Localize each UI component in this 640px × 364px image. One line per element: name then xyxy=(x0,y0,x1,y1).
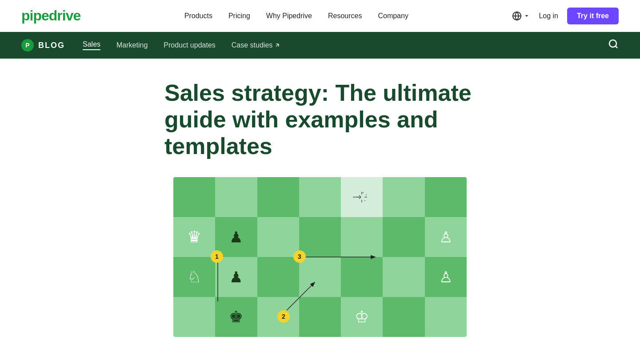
login-button[interactable]: Log in xyxy=(539,12,558,20)
blog-tab-marketing[interactable]: Marketing xyxy=(116,41,148,49)
svg-point-2 xyxy=(609,40,616,47)
chess-illustration: ♛ ♟ ♙ ♘ ♟ xyxy=(173,177,467,337)
nav-why[interactable]: Why Pipedrive xyxy=(266,12,312,20)
target-icon xyxy=(353,188,371,206)
blog-nav-left: P BLOG Sales Marketing Product updates C… xyxy=(21,39,280,51)
cell-r2c6 xyxy=(383,217,424,257)
blog-nav-links: Sales Marketing Product updates Case stu… xyxy=(83,40,280,50)
external-link-icon xyxy=(274,42,280,48)
cell-r3c7: ♙ xyxy=(425,257,467,297)
blog-logo: P BLOG xyxy=(21,39,65,51)
cell-r3c2: ♟ xyxy=(215,257,257,297)
black-king: ♚ xyxy=(229,308,243,326)
search-button[interactable] xyxy=(608,39,619,52)
cell-r3c5 xyxy=(341,257,383,297)
cell-r2c2: ♟ xyxy=(215,217,257,257)
cell-r4c4 xyxy=(299,297,341,337)
white-pawn-1: ♙ xyxy=(439,228,452,246)
nav-links: Products Pricing Why Pipedrive Resources… xyxy=(184,12,408,20)
language-selector[interactable] xyxy=(512,11,530,21)
nav-resources[interactable]: Resources xyxy=(328,12,362,20)
globe-icon xyxy=(512,11,522,21)
cell-r1c3 xyxy=(257,177,299,217)
cell-r1c7 xyxy=(425,177,467,217)
cell-r2c1: ♛ xyxy=(173,217,215,257)
cell-r3c1: ♘ xyxy=(173,257,215,297)
white-knight: ♘ xyxy=(187,268,201,286)
blog-label: BLOG xyxy=(38,41,65,50)
cell-r4c5: ♔ xyxy=(341,297,383,337)
cell-r2c5 xyxy=(341,217,383,257)
nav-right: Log in Try it free xyxy=(512,8,619,24)
blog-nav: P BLOG Sales Marketing Product updates C… xyxy=(0,32,640,59)
nav-company[interactable]: Company xyxy=(378,12,408,20)
top-nav: pipedrive Products Pricing Why Pipedrive… xyxy=(0,0,640,32)
black-pawn-2: ♟ xyxy=(229,268,243,286)
nav-products[interactable]: Products xyxy=(184,12,212,20)
cell-r1c1 xyxy=(173,177,215,217)
cell-r1c5 xyxy=(341,177,383,217)
logo[interactable]: pipedrive xyxy=(21,8,80,24)
article-title: Sales strategy: The ultimate guide with … xyxy=(164,80,476,159)
svg-line-3 xyxy=(616,46,617,48)
cell-r2c7: ♙ xyxy=(425,217,467,257)
cell-r4c2: ♚ xyxy=(215,297,257,337)
cell-r4c7 xyxy=(425,297,467,337)
cell-r4c1 xyxy=(173,297,215,337)
cell-r3c4 xyxy=(299,257,341,297)
white-pawn-2: ♙ xyxy=(439,268,452,286)
blog-logo-icon: P xyxy=(21,39,34,51)
cell-r1c4 xyxy=(299,177,341,217)
cell-r4c6 xyxy=(383,297,424,337)
white-queen: ♛ xyxy=(187,228,201,246)
cell-r3c3 xyxy=(257,257,299,297)
black-pawn-1: ♟ xyxy=(229,228,243,246)
chevron-down-icon xyxy=(524,13,530,19)
cell-r1c6 xyxy=(383,177,424,217)
nav-pricing[interactable]: Pricing xyxy=(228,12,250,20)
search-icon xyxy=(608,39,619,49)
cell-r2c4 xyxy=(299,217,341,257)
white-king: ♔ xyxy=(355,308,369,326)
blog-tab-case-studies[interactable]: Case studies xyxy=(232,41,281,49)
try-free-button[interactable]: Try it free xyxy=(567,8,619,24)
cell-r2c3 xyxy=(257,217,299,257)
blog-tab-product-updates[interactable]: Product updates xyxy=(164,41,216,49)
main-content: Sales strategy: The ultimate guide with … xyxy=(0,59,640,337)
cell-r1c2 xyxy=(215,177,257,217)
cell-r3c6 xyxy=(383,257,424,297)
blog-tab-sales[interactable]: Sales xyxy=(83,40,100,50)
